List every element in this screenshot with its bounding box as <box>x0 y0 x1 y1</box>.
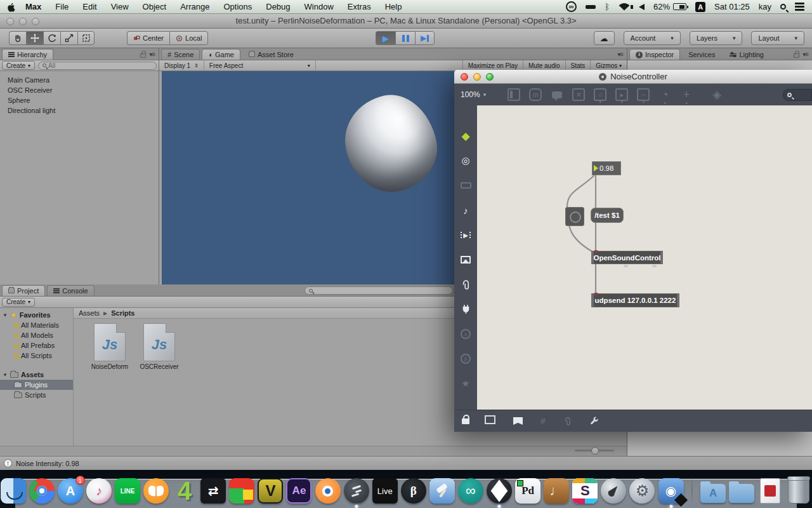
outlet-port[interactable] <box>624 265 628 267</box>
button-icon[interactable]: ○▾ <box>594 88 606 101</box>
blog-icon[interactable]: b <box>461 354 471 364</box>
folder-scripts[interactable]: Scripts <box>0 390 73 400</box>
volume-icon[interactable] <box>639 1 645 13</box>
menu-edit[interactable]: Edit <box>75 0 103 14</box>
menu-debug[interactable]: Debug <box>259 0 297 14</box>
toggle-icon[interactable]: ✕ <box>572 88 585 101</box>
project-scrollbar[interactable] <box>0 446 627 456</box>
aspect-dropdown[interactable]: Free Aspect▾ <box>204 60 316 70</box>
add-more-icon[interactable]: +▾ <box>680 88 693 101</box>
project-search-input[interactable] <box>304 286 453 295</box>
layout-dropdown[interactable]: Layout▾ <box>751 31 804 45</box>
wrench-icon[interactable] <box>589 416 599 426</box>
dock-documents-folder[interactable] <box>728 478 755 504</box>
rotation-local-button[interactable]: Local <box>169 31 208 45</box>
pivot-center-button[interactable]: Center <box>127 31 169 45</box>
project-create-button[interactable]: Create▾ <box>2 298 35 307</box>
thumbnail-zoom-slider[interactable] <box>575 450 614 451</box>
wifi-icon[interactable] <box>619 1 630 13</box>
close-button[interactable] <box>461 73 468 81</box>
dock-garageband[interactable]: ♩ <box>543 478 570 504</box>
menu-extras[interactable]: Extras <box>341 0 378 14</box>
notification-center-icon[interactable] <box>795 1 804 13</box>
assets-root[interactable]: ▼ Assets <box>0 370 73 380</box>
step-button[interactable]: ▶ <box>415 31 435 45</box>
dock-after-effects[interactable]: Ae <box>286 478 313 504</box>
button-object[interactable] <box>565 207 584 226</box>
move-tool-button[interactable] <box>26 31 43 45</box>
max-search-input[interactable] <box>783 89 812 101</box>
menu-view[interactable]: View <box>104 0 136 14</box>
menu-options[interactable]: Options <box>216 0 259 14</box>
play-button[interactable]: ▶ <box>376 31 395 45</box>
dock-sync-app[interactable]: ⇄ <box>200 478 226 504</box>
tab-game[interactable]: ◖Game <box>202 49 240 60</box>
new-object-icon[interactable] <box>508 88 520 101</box>
dock-max[interactable] <box>343 478 370 504</box>
tab-console[interactable]: Console <box>47 285 94 296</box>
file-oscreceiver[interactable]: Js OSCReceiver <box>134 323 184 370</box>
grid-icon[interactable]: # <box>540 416 546 426</box>
dock-xcode[interactable] <box>429 478 455 504</box>
tab-services[interactable]: Services <box>682 49 721 60</box>
favorite-all-scripts[interactable]: All Scripts <box>0 351 73 361</box>
dial-icon[interactable]: ◔▾ <box>658 88 671 101</box>
dock-itunes[interactable]: ♪ <box>86 478 112 504</box>
menu-arrange[interactable]: Arrange <box>173 0 216 14</box>
tab-project[interactable]: Project <box>2 285 45 296</box>
dock-player-unity-app[interactable]: ◉ <box>658 478 684 504</box>
menu-clock[interactable]: Sat 01:25 <box>714 2 750 11</box>
hierarchy-item-directional-light[interactable]: Directional light <box>0 105 159 116</box>
media-playbar-icon[interactable]: ▶ <box>461 230 471 240</box>
menu-user[interactable]: kay <box>759 2 771 11</box>
display-menu-icon[interactable] <box>586 1 596 13</box>
unity-status-bar[interactable]: ! Noise Intensity: 0.98 <box>0 456 812 470</box>
battery-indicator[interactable]: 62% <box>653 2 686 11</box>
dock-pure-data[interactable]: Pd <box>514 478 541 504</box>
inlet-port[interactable] <box>594 250 598 253</box>
layers-icon[interactable] <box>487 418 495 424</box>
dock-line[interactable]: LINE <box>114 478 141 504</box>
object-explorer-icon[interactable]: ◆ <box>461 131 469 141</box>
console-drawer-icon[interactable] <box>461 180 471 190</box>
dock-rocket-app[interactable] <box>601 478 627 504</box>
new-message-icon[interactable]: m <box>529 88 542 101</box>
bluetooth-icon[interactable]: ᛒ <box>605 1 610 13</box>
spotlight-icon[interactable] <box>780 1 786 13</box>
inlet-port[interactable] <box>594 293 598 295</box>
max-title-bar[interactable]: NoiseController <box>454 70 812 84</box>
rotate-tool-button[interactable] <box>43 31 60 45</box>
file-noisedeform[interactable]: Js NoiseDeform <box>85 323 134 370</box>
favorite-all-materials[interactable]: All Materials <box>0 320 73 330</box>
dock-color-squares-app[interactable] <box>229 478 256 504</box>
mute-audio-button[interactable]: Mute audio <box>523 60 565 70</box>
maximize-on-play-button[interactable]: Maximize on Play <box>462 60 523 70</box>
dock-ibooks[interactable] <box>143 478 169 504</box>
cloud-button[interactable]: ☁ <box>594 31 615 45</box>
dock-finder[interactable] <box>0 478 27 504</box>
dock-app-store[interactable]: A1 <box>57 478 84 504</box>
dock-ableton-live[interactable]: Live <box>372 478 398 504</box>
menu-app-name[interactable]: Max <box>18 0 48 14</box>
unity-minimize-button[interactable] <box>19 18 27 25</box>
dock-trash[interactable] <box>786 478 812 504</box>
rect-tool-button[interactable] <box>77 31 95 45</box>
tab-inspector[interactable]: iInspector <box>629 49 680 60</box>
attach-icon[interactable] <box>563 417 572 426</box>
hierarchy-search-input[interactable]: All <box>38 62 157 70</box>
opensoundcontrol-object[interactable]: OpenSoundControl <box>591 251 663 264</box>
dock-arduino[interactable]: ∞ <box>457 478 484 504</box>
udpsend-object[interactable]: udpsend 127.0.0.1 2222 <box>591 293 679 307</box>
folder-plugins[interactable]: Plugins <box>0 380 73 390</box>
creative-cloud-icon[interactable]: ∞ <box>566 1 577 12</box>
display-dropdown[interactable]: Display 1⇕ <box>159 60 204 70</box>
tab-asset-store[interactable]: Asset Store <box>242 49 300 60</box>
dock-slack[interactable]: S <box>572 478 598 504</box>
apple-menu-icon[interactable] <box>8 3 16 11</box>
tab-lighting[interactable]: Lighting <box>723 49 770 60</box>
minimize-button[interactable] <box>473 73 481 81</box>
dock-system-preferences[interactable]: ⚙ <box>629 478 656 504</box>
zoom-level-dropdown[interactable]: 100%▾ <box>454 90 492 99</box>
hierarchy-item-sphere[interactable]: Sphere <box>0 95 159 105</box>
dock-blender[interactable] <box>315 478 341 504</box>
